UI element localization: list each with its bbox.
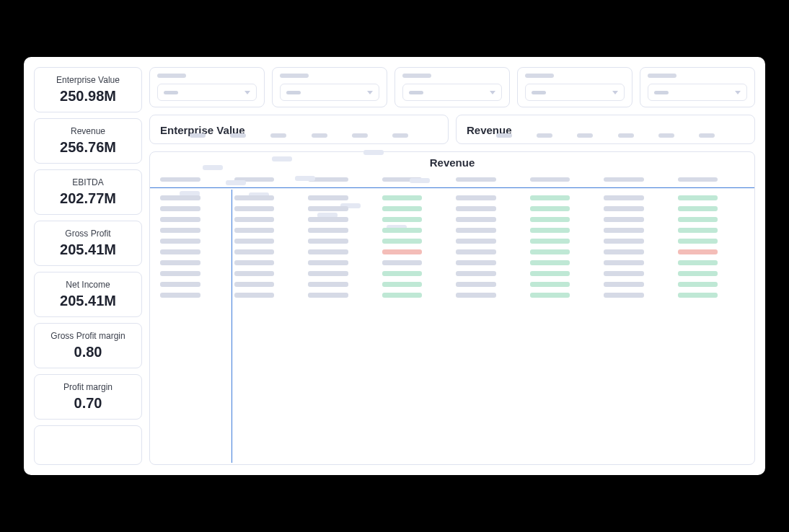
table-cell-placeholder <box>456 282 496 287</box>
table-cell-placeholder <box>308 249 348 254</box>
kpi-label: Profit margin <box>40 382 136 392</box>
table-cell-placeholder <box>530 271 570 276</box>
table-cell-placeholder <box>678 228 718 233</box>
table-cell-placeholder <box>456 239 496 244</box>
select-value-placeholder <box>654 91 669 94</box>
kpi-value: 205.41M <box>40 293 136 309</box>
filter-card <box>149 67 265 107</box>
kpi-value: 205.41M <box>40 241 136 258</box>
table-cell-placeholder <box>456 260 496 265</box>
table-cell-placeholder <box>678 195 718 200</box>
filter-select[interactable] <box>280 84 379 101</box>
table-header <box>150 172 754 188</box>
filter-label-placeholder <box>648 74 676 78</box>
table-cell-placeholder <box>382 239 423 244</box>
kpi-value: 250.98M <box>40 88 136 105</box>
table-cell-placeholder <box>456 228 496 233</box>
table-column <box>530 194 597 463</box>
filter-card <box>640 67 755 107</box>
table-cell-placeholder <box>382 293 423 298</box>
dashboard: Enterprise Value 250.98M Revenue 256.76M… <box>24 57 765 475</box>
kpi-card-ebitda[interactable]: EBITDA 202.77M <box>34 169 142 215</box>
table-cell-placeholder <box>382 217 423 222</box>
table-cell-placeholder <box>308 195 348 200</box>
table-cell-placeholder <box>234 239 275 244</box>
table-cell-placeholder <box>604 249 644 254</box>
table-cell-placeholder <box>160 195 200 200</box>
filter-select[interactable] <box>648 84 747 101</box>
kpi-value: 0.80 <box>40 344 136 360</box>
column-header-placeholder <box>604 177 644 182</box>
filter-card <box>517 67 632 107</box>
kpi-card-enterprise-value[interactable]: Enterprise Value 250.98M <box>34 67 142 112</box>
chart-card-revenue: Revenue <box>456 115 755 144</box>
table-cell-placeholder <box>234 293 275 298</box>
table-cell-placeholder <box>382 260 423 265</box>
table-column <box>160 194 227 463</box>
table-cell-placeholder <box>530 228 570 233</box>
select-value-placeholder <box>532 91 546 94</box>
table-cell-placeholder <box>604 282 644 287</box>
table-cell-placeholder <box>604 217 644 222</box>
table-column <box>678 194 745 463</box>
kpi-label: EBITDA <box>40 177 136 187</box>
table-cell-placeholder <box>456 249 496 254</box>
table-cell-placeholder <box>382 228 423 233</box>
chart-card-enterprise-value: Enterprise Value <box>149 115 449 144</box>
filter-select[interactable] <box>402 84 502 101</box>
table-cell-placeholder <box>604 260 644 265</box>
kpi-card-gross-profit-margin[interactable]: Gross Profit margin 0.80 <box>34 323 142 368</box>
kpi-card-empty <box>34 425 142 465</box>
filter-select[interactable] <box>525 84 625 101</box>
kpi-card-profit-margin[interactable]: Profit margin 0.70 <box>34 374 142 420</box>
table-cell-placeholder <box>234 206 275 211</box>
table-cell-placeholder <box>604 195 644 200</box>
table-cell-placeholder <box>382 282 423 287</box>
table-column <box>604 194 671 463</box>
column-header-placeholder <box>382 177 423 182</box>
table-column <box>456 194 523 463</box>
filter-label-placeholder <box>280 74 309 78</box>
kpi-sidebar: Enterprise Value 250.98M Revenue 256.76M… <box>34 67 142 465</box>
kpi-card-net-income[interactable]: Net Income 205.41M <box>34 272 142 317</box>
table-cell-placeholder <box>678 217 718 222</box>
chevron-down-icon <box>735 91 741 94</box>
kpi-card-revenue[interactable]: Revenue 256.76M <box>34 118 142 164</box>
table-cell-placeholder <box>234 271 275 276</box>
table-cell-placeholder <box>234 249 275 254</box>
table-cell-placeholder <box>234 228 275 233</box>
x-axis-ticks <box>467 130 744 138</box>
table-cell-placeholder <box>160 228 200 233</box>
column-header-placeholder <box>678 177 718 182</box>
chevron-down-icon <box>612 91 618 94</box>
table-cell-placeholder <box>530 282 570 287</box>
kpi-card-gross-profit[interactable]: Gross Profit 205.41M <box>34 221 142 266</box>
row-header-divider <box>232 190 233 463</box>
chevron-down-icon <box>367 91 373 94</box>
filter-select[interactable] <box>157 84 257 101</box>
table-cell-placeholder <box>678 293 718 298</box>
kpi-value: 202.77M <box>40 190 136 207</box>
column-header-placeholder <box>160 177 200 182</box>
table-cell-placeholder <box>160 239 200 244</box>
table-cell-placeholder <box>160 282 200 287</box>
filter-card <box>272 67 387 107</box>
kpi-value: 256.76M <box>40 139 136 156</box>
table-cell-placeholder <box>604 293 644 298</box>
kpi-label: Net Income <box>40 280 136 290</box>
column-header-placeholder <box>308 177 348 182</box>
table-column <box>382 194 449 463</box>
table-cell-placeholder <box>678 271 718 276</box>
kpi-label: Gross Profit <box>40 229 136 239</box>
table-column <box>308 194 375 463</box>
column-header-placeholder <box>456 177 496 182</box>
table-cell-placeholder <box>308 293 348 298</box>
chevron-down-icon <box>244 91 250 94</box>
table-cell-placeholder <box>234 217 275 222</box>
table-cell-placeholder <box>160 249 200 254</box>
filter-label-placeholder <box>402 74 431 78</box>
table-cell-placeholder <box>530 260 570 265</box>
table-cell-placeholder <box>382 206 423 211</box>
filters-row <box>149 67 755 107</box>
main-area: Enterprise Value <box>149 67 755 465</box>
